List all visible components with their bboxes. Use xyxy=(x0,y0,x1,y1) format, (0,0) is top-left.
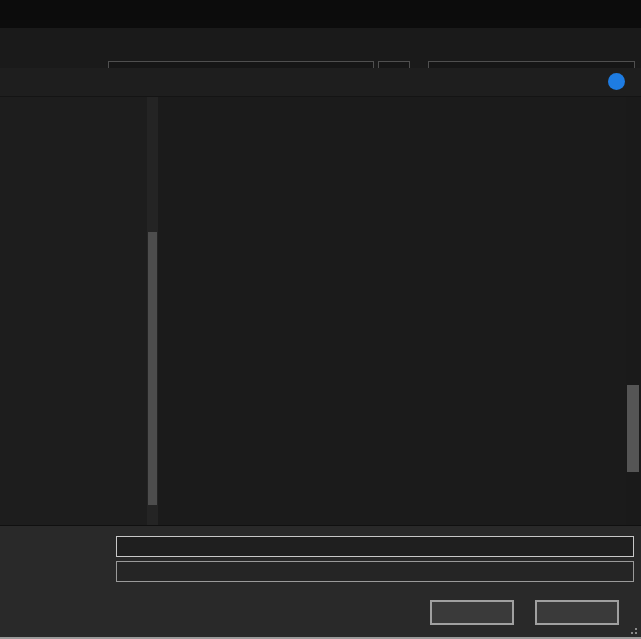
recent-locations-button[interactable] xyxy=(62,38,76,58)
hide-folders-button[interactable] xyxy=(12,604,21,626)
navigation-pane xyxy=(0,97,158,525)
up-button[interactable] xyxy=(82,38,102,58)
dialog-footer xyxy=(0,525,641,639)
close-button[interactable] xyxy=(605,3,633,25)
organize-button[interactable] xyxy=(12,72,31,93)
resize-grip[interactable] xyxy=(628,625,638,635)
title-bar xyxy=(0,0,641,28)
navigation-bar xyxy=(0,28,641,68)
save-as-type-select[interactable] xyxy=(116,561,634,582)
change-view-button[interactable] xyxy=(567,72,575,93)
chrome-icon xyxy=(20,6,35,21)
new-folder-button[interactable] xyxy=(102,72,114,93)
file-list xyxy=(158,97,641,525)
file-list-scrollbar-thumb[interactable] xyxy=(627,385,639,472)
help-button[interactable] xyxy=(608,73,625,90)
sidebar-scrollbar[interactable] xyxy=(147,97,158,525)
forward-button[interactable] xyxy=(38,38,60,58)
cancel-button[interactable] xyxy=(535,600,619,625)
back-button[interactable] xyxy=(8,38,30,58)
save-as-dialog xyxy=(0,0,641,639)
file-list-scrollbar[interactable] xyxy=(626,97,640,525)
save-button[interactable] xyxy=(430,600,514,625)
file-name-input[interactable] xyxy=(116,536,634,557)
sidebar-scrollbar-thumb[interactable] xyxy=(148,232,157,505)
command-toolbar xyxy=(0,68,641,97)
